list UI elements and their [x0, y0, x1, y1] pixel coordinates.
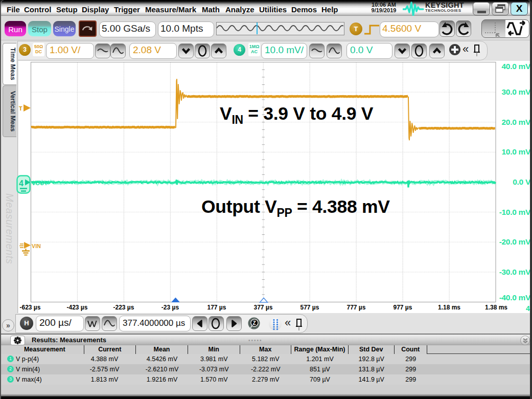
svg-text:Z: Z — [253, 320, 256, 326]
svg-text:4: 4 — [19, 179, 24, 188]
svg-text:T: T — [19, 105, 22, 112]
